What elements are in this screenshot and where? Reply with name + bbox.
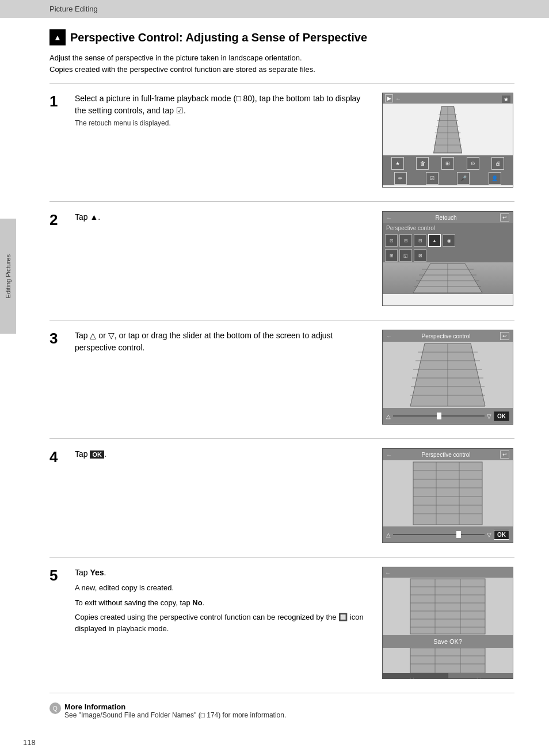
- screen4-slider-track[interactable]: [393, 534, 485, 535]
- screen5-building-svg: [383, 578, 513, 635]
- screen5-arrow: ←: [385, 570, 391, 576]
- step-5-number: 5: [49, 568, 63, 583]
- yes-button[interactable]: Yes: [383, 673, 448, 679]
- no-button[interactable]: No: [448, 673, 513, 679]
- more-info-title: More Information: [64, 702, 286, 711]
- screen2-building: [383, 262, 513, 294]
- step-5-note1: A new, edited copy is created.: [75, 582, 371, 594]
- screen3-title: Perspective control: [421, 333, 470, 339]
- screen5-building: [383, 578, 513, 635]
- step-1-note: The retouch menu is displayed.: [75, 119, 371, 127]
- side-tab: Editing Pictures: [0, 219, 16, 334]
- screen3-building-svg: [383, 342, 513, 408]
- screen1-menurow2: ✏ ☑ 🎤 👤: [383, 171, 513, 185]
- screen1: ▶ ← ★: [382, 93, 513, 188]
- step-5-row: 5 Tap Yes. A new, edited copy is created…: [49, 567, 514, 679]
- edit-menu-icon: ✏: [394, 172, 407, 185]
- connect-menu-icon: ⊙: [467, 157, 479, 170]
- screen4-slider-down: ▽: [487, 532, 491, 538]
- retouch-icon-4-selected: ▲: [428, 234, 441, 247]
- slider-track[interactable]: [393, 415, 485, 417]
- screen4-slider-row: △ ▽ OK: [383, 526, 513, 543]
- slider-down-icon: ▽: [487, 413, 491, 419]
- ok-button-step3[interactable]: OK: [494, 411, 509, 421]
- perspective-control-icon: ▲: [49, 29, 66, 45]
- screen2-header: ← Retouch ↩: [383, 212, 513, 223]
- step-2-row: 2 Tap ▲. ← Retouch ↩ Perspective control…: [49, 211, 514, 306]
- step-4-text: Tap OK.: [75, 448, 371, 460]
- step-1-number: 1: [49, 94, 63, 109]
- more-info-text: See "Image/Sound File and Folder Names" …: [64, 711, 286, 719]
- divider-2: [49, 320, 514, 320]
- step-1-image: ▶ ← ★: [382, 93, 514, 188]
- ok-label: OK: [90, 450, 104, 459]
- step-5-note3: Copies created using the perspective con…: [75, 612, 371, 634]
- print-menu-icon: 🖨: [491, 157, 504, 170]
- yes-bold: Yes: [90, 568, 104, 577]
- retouch-icon-3: ⊟: [414, 234, 426, 247]
- step-3-row: 3 Tap △ or ▽, or tap or drag the slider …: [49, 330, 514, 425]
- screen5-building2-svg: [383, 648, 513, 673]
- screen2-back-btn: ↩: [500, 213, 509, 222]
- screen4-title: Perspective control: [421, 452, 470, 458]
- screen2-arrow: ←: [386, 215, 392, 221]
- step-2-content: Tap ▲.: [75, 211, 371, 223]
- divider-5: [49, 693, 514, 693]
- yes-label: Yes: [410, 677, 420, 679]
- more-info-content: More Information See "Image/Sound File a…: [64, 702, 286, 719]
- step-3-text: Tap △ or ▽, or tap or drag the slider at…: [75, 330, 371, 354]
- screen4-building-svg: [383, 460, 513, 526]
- divider-3: [49, 438, 514, 439]
- slider-thumb[interactable]: [437, 413, 441, 419]
- divider-1: [49, 201, 514, 202]
- page-header: Picture Editing: [0, 0, 549, 18]
- screen4-arrow: ←: [386, 452, 392, 458]
- step-5-content: Tap Yes. A new, edited copy is created. …: [75, 567, 371, 634]
- screen5-buttons: Yes No: [383, 673, 513, 679]
- step-1-content: Select a picture in full-frame playback …: [75, 93, 371, 127]
- retouch-icon-7: ◱: [399, 249, 412, 262]
- screen4-back-btn: ↩: [500, 450, 509, 459]
- retouch-icon-1: ⊡: [385, 234, 398, 247]
- save-ok-text: Save OK?: [433, 638, 462, 645]
- screen3-back-btn: ↩: [500, 332, 509, 340]
- screen4-slider-thumb[interactable]: [456, 531, 461, 538]
- screen3-arrow: ←: [386, 333, 392, 339]
- ok-button-step4[interactable]: OK: [494, 530, 509, 540]
- slider-up-icon: △: [386, 413, 391, 419]
- star-menu-icon: ★: [391, 157, 404, 170]
- screen2-subtitle: Perspective control: [383, 223, 513, 232]
- step-5-note2: To exit without saving the copy, tap No.: [75, 597, 371, 609]
- screen2-icons-row2: ⊞ ◱ ⊠: [383, 249, 513, 262]
- step-5-image: ←: [382, 567, 514, 679]
- svg-rect-40: [410, 648, 485, 673]
- title-section: ▲ Perspective Control: Adjusting a Sense…: [49, 29, 514, 45]
- step-4-row: 4 Tap OK. ← Perspective control ↩: [49, 448, 514, 543]
- subtitle-text: Adjust the sense of perspective in the p…: [49, 52, 514, 83]
- screen5-top: ←: [383, 567, 513, 578]
- retouch-icon-5: ◉: [443, 234, 455, 247]
- building-svg: [430, 105, 465, 154]
- screen2: ← Retouch ↩ Perspective control ⊡ ⊞ ⊟ ▲ …: [382, 211, 513, 306]
- retouch-icon-6: ⊞: [385, 249, 398, 262]
- screen3-building-area: [383, 342, 513, 408]
- mic-menu-icon: 🎤: [457, 172, 470, 185]
- retouch-icon-2: ⊞: [399, 234, 412, 247]
- screen4-header: ← Perspective control ↩: [383, 449, 513, 460]
- step-1-text: Select a picture in full-frame playback …: [75, 93, 371, 117]
- person-menu-icon: 👤: [489, 172, 501, 185]
- side-tab-text: Editing Pictures: [5, 254, 12, 298]
- screen4-slider-up: △: [386, 532, 391, 538]
- page-number: 118: [23, 738, 36, 747]
- no-label: No: [476, 677, 485, 679]
- more-info-section: Q More Information See "Image/Sound File…: [49, 702, 514, 719]
- step-2-text: Tap ▲.: [75, 211, 371, 223]
- header-label: Picture Editing: [49, 5, 98, 13]
- screen4: ← Perspective control ↩: [382, 448, 513, 543]
- retouch-icon-8: ⊠: [414, 249, 426, 262]
- svg-rect-22: [413, 462, 482, 525]
- step-4-image: ← Perspective control ↩: [382, 448, 514, 543]
- screen2-building-svg: [383, 262, 513, 294]
- svg-rect-31: [410, 579, 485, 634]
- screen1-menubar: ★ 🗑 ⊞ ⊙ 🖨: [383, 155, 513, 171]
